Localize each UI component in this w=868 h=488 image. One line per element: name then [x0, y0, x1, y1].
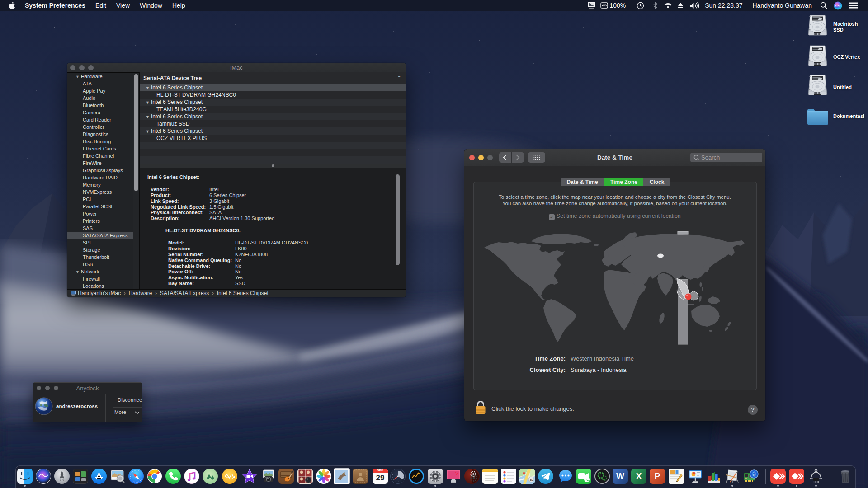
svg-text:3D: 3D: [530, 478, 534, 481]
